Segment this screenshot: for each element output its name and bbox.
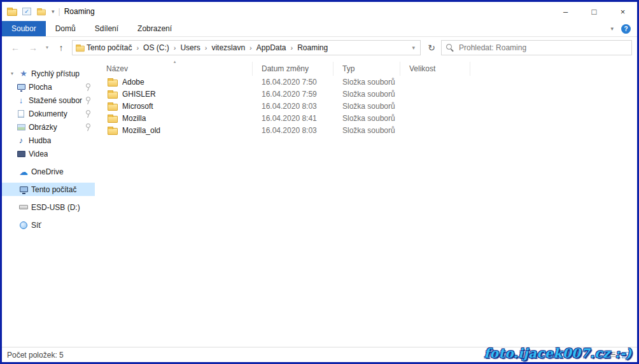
recent-locations-button[interactable]: ▾ (43, 40, 52, 55)
column-label: Název (106, 64, 128, 73)
search-box (441, 40, 632, 55)
file-type: Složka souborů (334, 102, 400, 111)
help-button[interactable]: ? (621, 24, 631, 34)
breadcrumb-separator-icon[interactable]: › (246, 44, 255, 52)
sidebar-item-dokumenty[interactable]: Dokumenty (2, 107, 95, 120)
table-row[interactable]: Mozilla_old 16.04.2020 8:03 Složka soubo… (97, 124, 637, 136)
address-dropdown-button[interactable]: ▾ (409, 45, 418, 51)
sidebar-item-label: Stažené soubory (29, 96, 82, 105)
quick-access-toolbar: ✓ ▾ (7, 7, 55, 16)
breadcrumb-item-os-c[interactable]: OS (C:) (142, 43, 171, 52)
column-label: Datum změny (262, 64, 309, 73)
file-name: GHISLER (122, 90, 156, 99)
tab-zobrazeni[interactable]: Zobrazení (128, 21, 181, 36)
file-rows: Adobe 16.04.2020 7:50 Složka souborů GHI… (97, 76, 637, 347)
file-modified: 16.04.2020 7:50 (253, 78, 334, 87)
column-header-velikost[interactable]: Velikost (400, 62, 470, 76)
file-name: Mozilla (122, 114, 146, 123)
main-area: ▾ ★ Rychlý přístup Plocha ↓ Stažené soub… (2, 58, 637, 347)
folder-icon (108, 92, 118, 99)
ribbon-collapse-button[interactable]: ▾ (610, 25, 614, 32)
breadcrumb-separator-icon[interactable]: › (287, 44, 296, 52)
breadcrumb-item-roaming[interactable]: Roaming (296, 43, 329, 52)
window-controls: – □ × (551, 2, 637, 21)
breadcrumb-separator-icon[interactable]: › (133, 44, 142, 52)
ribbon-right-controls: ▾ ? (610, 21, 637, 36)
check-icon: ✓ (24, 8, 29, 15)
network-icon (18, 220, 29, 230)
ribbon-tab-bar: Soubor Domů Sdílení Zobrazení ▾ ? (2, 21, 637, 37)
explorer-logo-icon (7, 9, 17, 16)
documents-icon (16, 109, 26, 119)
sidebar-item-label: Tento počítač (31, 185, 76, 194)
address-box[interactable]: Tento počítač › OS (C:) › Users › vitezs… (72, 40, 421, 55)
sidebar-item-label: Síť (31, 221, 41, 230)
maximize-button[interactable]: □ (580, 2, 608, 21)
window-title: Roaming (64, 7, 95, 16)
breadcrumb-item-users[interactable]: Users (179, 43, 201, 52)
expander-icon[interactable]: ▾ (8, 71, 16, 76)
file-name: Mozilla_old (122, 126, 160, 135)
quick-access-star-icon: ★ (18, 69, 29, 79)
search-input[interactable] (458, 43, 628, 53)
file-name: Microsoft (122, 102, 153, 111)
back-button[interactable]: ← (7, 40, 24, 55)
tab-soubor[interactable]: Soubor (2, 21, 46, 36)
column-header-typ[interactable]: Typ (334, 62, 400, 76)
breadcrumb-item-appdata[interactable]: AppData (255, 43, 288, 52)
sidebar-item-obrazky[interactable]: Obrázky (2, 120, 95, 134)
qat-properties-button[interactable]: ✓ (22, 8, 31, 15)
pin-icon (85, 109, 91, 118)
qat-new-folder-button[interactable] (37, 10, 46, 15)
sidebar-item-videa[interactable]: Videa (2, 147, 95, 160)
breadcrumb-separator-icon[interactable]: › (202, 44, 211, 52)
up-button[interactable]: ↑ (53, 40, 69, 55)
sidebar-item-rychly-pristup[interactable]: ▾ ★ Rychlý přístup (2, 67, 95, 80)
sidebar-item-label: Obrázky (29, 123, 57, 132)
folder-icon (108, 128, 118, 135)
forward-button[interactable]: → (25, 40, 41, 55)
photo-watermark: foto.ijacek007.cz :-) (484, 346, 632, 361)
column-header-nazev[interactable]: ▴ Název (97, 62, 253, 76)
sidebar-item-tento-pocitac[interactable]: Tento počítač (2, 183, 95, 196)
breadcrumb-separator-icon[interactable]: › (171, 44, 179, 52)
sidebar-item-onedrive[interactable]: ☁ OneDrive (2, 165, 95, 178)
navigation-pane: ▾ ★ Rychlý přístup Plocha ↓ Stažené soub… (2, 58, 95, 347)
sidebar-item-esd-usb[interactable]: ESD-USB (D:) (2, 200, 95, 214)
file-modified: 16.04.2020 8:41 (253, 114, 334, 123)
sidebar-item-stazene-soubory[interactable]: ↓ Stažené soubory (2, 94, 95, 107)
sidebar-item-label: OneDrive (31, 167, 64, 176)
desktop-icon (16, 82, 26, 92)
file-type: Složka souborů (334, 90, 400, 99)
table-row[interactable]: Adobe 16.04.2020 7:50 Složka souborů (97, 76, 637, 88)
pin-icon (85, 83, 91, 91)
tab-domu[interactable]: Domů (46, 21, 85, 36)
breadcrumb-item-vitezslavn[interactable]: vitezslavn (210, 43, 246, 52)
sidebar-item-plocha[interactable]: Plocha (2, 80, 95, 94)
sort-ascending-icon: ▴ (174, 59, 176, 64)
title-bar: ✓ ▾ | Roaming – □ × (2, 2, 637, 21)
file-modified: 16.04.2020 7:59 (253, 90, 334, 99)
folder-icon (108, 80, 118, 87)
close-button[interactable]: × (608, 2, 637, 21)
minimize-button[interactable]: – (551, 2, 580, 21)
sidebar-item-sit[interactable]: Síť (2, 218, 95, 232)
table-row[interactable]: Microsoft 16.04.2020 8:03 Složka souborů (97, 100, 637, 112)
table-row[interactable]: GHISLER 16.04.2020 7:59 Složka souborů (97, 88, 637, 100)
usb-drive-icon (18, 202, 29, 213)
table-row[interactable]: Mozilla 16.04.2020 8:41 Složka souborů (97, 112, 637, 124)
sidebar-item-label: Videa (29, 150, 48, 158)
this-pc-icon (18, 185, 29, 195)
refresh-button[interactable]: ↻ (423, 40, 440, 55)
qat-customize-button[interactable]: ▾ (52, 8, 55, 15)
breadcrumb-item-tento-pocitac[interactable]: Tento počítač (85, 43, 133, 52)
pictures-icon (16, 122, 26, 132)
pin-icon (85, 123, 91, 131)
search-icon (446, 43, 454, 52)
pin-icon (85, 96, 91, 104)
music-icon: ♪ (16, 136, 26, 146)
sidebar-item-hudba[interactable]: ♪ Hudba (2, 134, 95, 147)
tab-sdileni[interactable]: Sdílení (85, 21, 128, 36)
column-header-datum-zmeny[interactable]: Datum změny (253, 62, 334, 76)
explorer-window: ✓ ▾ | Roaming – □ × Soubor Domů Sdílení … (0, 0, 639, 364)
